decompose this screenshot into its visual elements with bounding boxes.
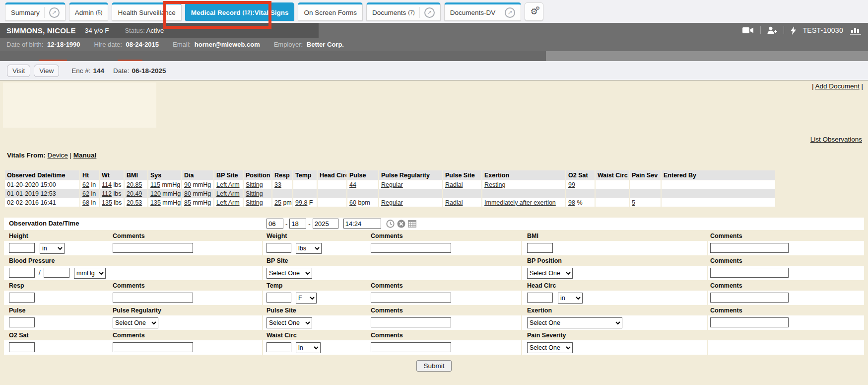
vital-link[interactable]: 33 bbox=[274, 181, 281, 188]
height-unit-select[interactable]: in bbox=[40, 243, 65, 254]
bp-unit-select[interactable]: mmHg bbox=[74, 268, 106, 279]
tab-admin[interactable]: Admin (5) bbox=[69, 2, 109, 21]
view-button[interactable]: View bbox=[34, 65, 59, 77]
obs-day-input[interactable] bbox=[289, 219, 306, 229]
pulse-regularity-select[interactable]: Select One bbox=[113, 317, 158, 328]
slash: / bbox=[39, 269, 41, 276]
vital-link[interactable]: 5 bbox=[632, 199, 635, 206]
temp-unit-select[interactable]: F bbox=[296, 293, 317, 304]
waist-circ-comments-input[interactable] bbox=[371, 342, 451, 352]
clear-date-icon[interactable] bbox=[397, 220, 405, 228]
tab-summary[interactable]: Summary ↗ bbox=[5, 2, 66, 21]
waist-circ-unit-select[interactable]: in bbox=[296, 342, 321, 353]
video-camera-icon[interactable] bbox=[742, 27, 754, 34]
popout-icon[interactable]: ↗ bbox=[49, 7, 60, 18]
pulse-input[interactable] bbox=[9, 317, 35, 327]
device-link[interactable]: Device bbox=[48, 152, 68, 159]
vital-link[interactable]: Sitting bbox=[246, 199, 263, 206]
tab-documents-dv[interactable]: Documents-DV ↗ bbox=[444, 2, 522, 21]
vital-link[interactable]: 62 bbox=[82, 190, 89, 197]
clock-icon[interactable] bbox=[386, 220, 395, 228]
exertion-select[interactable]: Select One bbox=[527, 317, 622, 328]
vital-link[interactable]: 85 bbox=[184, 199, 191, 206]
temp-input[interactable] bbox=[267, 293, 291, 303]
lightning-bolt-icon[interactable] bbox=[791, 26, 796, 35]
vital-link[interactable]: 60 bbox=[349, 199, 356, 206]
resp-comments-input[interactable] bbox=[113, 293, 193, 303]
vital-link[interactable]: Regular bbox=[381, 199, 403, 206]
vital-link[interactable]: Immediately after exertion bbox=[484, 199, 556, 206]
vital-link[interactable]: 98 bbox=[568, 199, 575, 206]
temp-comments-input[interactable] bbox=[371, 293, 451, 303]
vital-link[interactable]: 135 bbox=[102, 199, 112, 206]
pulse-site-select[interactable]: Select One bbox=[267, 317, 312, 328]
vital-link[interactable]: Radial bbox=[445, 199, 463, 206]
weight-comments-input[interactable] bbox=[371, 243, 451, 253]
vital-link[interactable]: 120 bbox=[150, 190, 161, 197]
vital-link[interactable]: Left Arm bbox=[216, 199, 240, 206]
pain-severity-select[interactable]: Select One bbox=[527, 342, 573, 353]
vital-link[interactable]: 115 bbox=[150, 181, 160, 188]
bp-systolic-input[interactable] bbox=[9, 268, 35, 278]
tab-medical-record-vital-signs[interactable]: Medical Record (12) :Vital Signs bbox=[185, 2, 295, 21]
exertion-comments-input[interactable] bbox=[710, 317, 789, 327]
vital-link[interactable]: 90 bbox=[184, 181, 191, 188]
bp-position-select[interactable]: Select One bbox=[527, 268, 573, 279]
cell-temp bbox=[293, 180, 317, 189]
pulse-comments-input[interactable] bbox=[371, 317, 451, 327]
height-comments-input[interactable] bbox=[113, 243, 193, 253]
bmi-input[interactable] bbox=[527, 243, 553, 253]
calendar-icon[interactable] bbox=[408, 220, 416, 228]
bp-comments-input[interactable] bbox=[710, 268, 789, 278]
resp-input[interactable] bbox=[9, 293, 35, 303]
popout-icon[interactable]: ↗ bbox=[505, 7, 515, 18]
weight-input[interactable] bbox=[267, 243, 291, 253]
popout-icon[interactable]: ↗ bbox=[424, 7, 435, 18]
vital-link[interactable]: 25 bbox=[274, 199, 281, 206]
vital-link[interactable]: Sitting bbox=[246, 190, 263, 197]
settings-button[interactable]: ⚙ ⚙ bbox=[525, 2, 543, 21]
head-circ-unit-select[interactable]: in bbox=[558, 293, 583, 304]
o2-sat-comments-input[interactable] bbox=[113, 342, 193, 352]
add-document-link[interactable]: Add Document bbox=[815, 82, 859, 90]
head-circ-input[interactable] bbox=[527, 293, 553, 303]
vital-link[interactable]: 80 bbox=[184, 190, 191, 197]
tab-health-surveillance[interactable]: Health Surveillance bbox=[112, 2, 181, 21]
vital-link[interactable]: 135 bbox=[150, 199, 161, 206]
vital-link[interactable]: 112 bbox=[102, 190, 112, 197]
vital-link[interactable]: Regular bbox=[381, 181, 403, 188]
vital-link[interactable]: 62 bbox=[82, 181, 89, 188]
tab-on-screen-forms[interactable]: On Screen Forms bbox=[298, 2, 363, 21]
manual-link[interactable]: Manual bbox=[73, 152, 97, 159]
weight-unit-select[interactable]: lbs bbox=[296, 243, 322, 254]
vital-link[interactable]: 20.53 bbox=[127, 199, 142, 206]
obs-time-input[interactable] bbox=[343, 219, 381, 229]
vital-link[interactable]: 114 bbox=[102, 181, 112, 188]
person-add-icon[interactable] bbox=[767, 26, 777, 34]
vital-link[interactable]: 20.49 bbox=[127, 190, 142, 197]
height-input[interactable] bbox=[9, 243, 35, 253]
vital-link[interactable]: Radial bbox=[445, 181, 463, 188]
vital-link[interactable]: 99 bbox=[568, 181, 575, 188]
bmi-comments-input[interactable] bbox=[710, 243, 789, 253]
waist-circ-input[interactable] bbox=[267, 342, 291, 352]
obs-month-input[interactable] bbox=[267, 219, 283, 229]
bp-diastolic-input[interactable] bbox=[44, 268, 69, 278]
vital-link[interactable]: Resting bbox=[484, 181, 505, 188]
submit-button[interactable]: Submit bbox=[416, 360, 451, 372]
o2-sat-input[interactable] bbox=[9, 342, 35, 352]
vital-link[interactable]: Left Arm bbox=[216, 181, 240, 188]
obs-year-input[interactable] bbox=[313, 219, 338, 229]
head-circ-comments-input[interactable] bbox=[710, 293, 789, 303]
visit-button[interactable]: Visit bbox=[7, 65, 30, 77]
vital-link[interactable]: Sitting bbox=[246, 181, 263, 188]
vital-link[interactable]: 20.85 bbox=[127, 181, 142, 188]
tab-documents[interactable]: Documents (7) ↗ bbox=[366, 2, 441, 21]
vital-link[interactable]: 68 bbox=[82, 199, 89, 206]
vital-link[interactable]: 44 bbox=[349, 181, 356, 188]
vital-link[interactable]: Left Arm bbox=[216, 190, 240, 197]
vital-link[interactable]: 99.8 bbox=[295, 199, 307, 206]
bp-site-select[interactable]: Select One bbox=[267, 268, 312, 279]
list-observations-link[interactable]: List Observations bbox=[810, 136, 862, 143]
bar-chart-icon[interactable] bbox=[850, 26, 862, 35]
